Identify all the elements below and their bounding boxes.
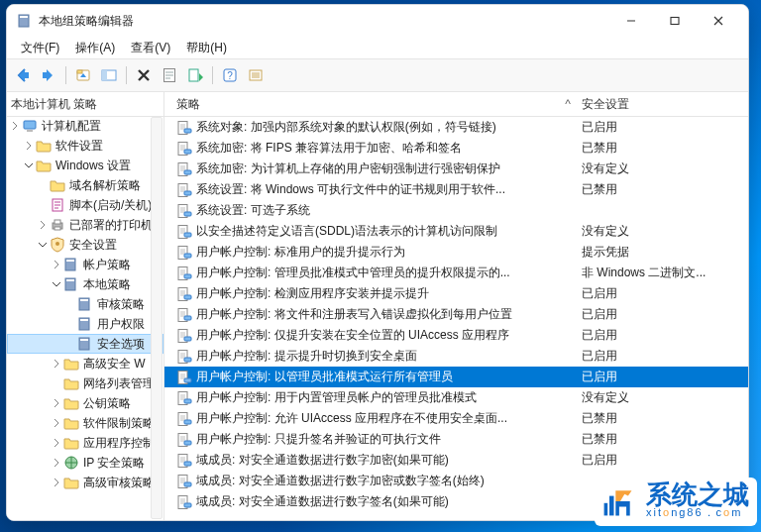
folder-icon	[36, 138, 52, 154]
tree-node[interactable]: 高级安全 W	[7, 354, 163, 373]
tree-node[interactable]: 审核策略	[7, 294, 163, 314]
tree-header[interactable]: 本地计算机 策略	[7, 92, 163, 117]
app-icon	[17, 13, 33, 29]
maximize-button[interactable]	[653, 7, 697, 35]
menu-help[interactable]: 帮助(H)	[178, 38, 235, 58]
expand-icon[interactable]	[51, 417, 62, 429]
col-sort-indicator[interactable]: ^	[560, 97, 576, 111]
tree-node[interactable]: 安全选项	[7, 334, 163, 354]
policy-row[interactable]: 用户帐户控制: 仅提升安装在安全位置的 UIAccess 应用程序已启用	[164, 325, 748, 346]
collapse-icon[interactable]	[37, 239, 49, 251]
list-panel: 策略 ^ 安全设置 系统对象: 加强内部系统对象的默认权限(例如，符号链接)已启…	[164, 92, 748, 520]
caret-spacer	[37, 199, 49, 211]
caret-spacer	[64, 318, 76, 330]
tree-node-label: 高级安全 W	[83, 356, 146, 372]
col-header-policy[interactable]: 策略	[164, 96, 560, 113]
tree-node[interactable]: 软件限制策略	[7, 413, 163, 433]
menu-file[interactable]: 文件(F)	[13, 38, 67, 58]
properties-button[interactable]	[158, 64, 181, 86]
collapse-icon[interactable]	[51, 278, 62, 290]
policy-icon	[176, 474, 192, 489]
tree-node[interactable]: IP 安全策略	[7, 453, 163, 473]
tree-node[interactable]: Windows 设置	[7, 156, 163, 175]
policy-name: 用户帐户控制: 检测应用程序安装并提示提升	[196, 285, 429, 302]
list-body[interactable]: 系统对象: 加强内部系统对象的默认权限(例如，符号链接)已启用系统加密: 将 F…	[164, 117, 748, 520]
policy-name: 系统设置: 可选子系统	[196, 202, 310, 219]
policy-row[interactable]: 用户帐户控制: 以管理员批准模式运行所有管理员已启用	[164, 367, 748, 387]
back-button[interactable]	[11, 64, 35, 86]
expand-icon[interactable]	[9, 120, 21, 132]
expand-icon[interactable]	[51, 477, 62, 488]
tree-node[interactable]: 用户权限	[7, 314, 163, 334]
tree-scrollbar-thumb[interactable]	[154, 298, 162, 362]
caret-spacer	[64, 298, 76, 310]
help-button[interactable]	[218, 64, 242, 86]
tree-node[interactable]: 域名解析策略	[7, 175, 163, 195]
tree-node[interactable]: 应用程序控制	[7, 433, 163, 453]
brand-logo-icon	[600, 483, 636, 519]
body: 本地计算机 策略 计算机配置软件设置Windows 设置域名解析策略脚本(启动/…	[7, 92, 748, 520]
gpedit-window: 本地组策略编辑器 文件(F) 操作(A) 查看(V) 帮助(H)	[6, 4, 749, 521]
policy-row[interactable]: 系统设置: 可选子系统	[164, 200, 748, 221]
expand-icon[interactable]	[51, 259, 62, 270]
tree-node[interactable]: 网络列表管理	[7, 373, 163, 393]
expand-icon[interactable]	[51, 358, 62, 370]
tree-body[interactable]: 计算机配置软件设置Windows 设置域名解析策略脚本(启动/关机)已部署的打印…	[7, 116, 163, 520]
tree-node[interactable]: 软件设置	[7, 136, 163, 156]
expand-icon[interactable]	[51, 437, 62, 449]
policy-row[interactable]: 用户帐户控制: 只提升签名并验证的可执行文件已禁用	[164, 429, 748, 450]
expand-icon[interactable]	[37, 219, 49, 231]
policy-row[interactable]: 用户帐户控制: 允许 UIAccess 应用程序在不使用安全桌面...已禁用	[164, 408, 748, 429]
menu-view[interactable]: 查看(V)	[123, 38, 178, 58]
book-icon	[63, 276, 79, 292]
policy-row[interactable]: 用户帐户控制: 将文件和注册表写入错误虚拟化到每用户位置已启用	[164, 304, 748, 325]
expand-icon[interactable]	[51, 457, 62, 469]
policy-row[interactable]: 系统加密: 将 FIPS 兼容算法用于加密、哈希和签名已禁用	[164, 138, 748, 159]
policy-icon	[176, 224, 192, 240]
tree-node-label: 网络列表管理	[83, 375, 155, 392]
policy-row[interactable]: 域成员: 对安全通道数据进行数字加密(如果可能)已启用	[164, 450, 748, 471]
policy-row[interactable]: 用户帐户控制: 检测应用程序安装并提示提升已启用	[164, 283, 748, 304]
expand-icon[interactable]	[51, 397, 62, 409]
tree-node-label: 高级审核策略	[83, 475, 155, 491]
tree-node-label: 计算机配置	[42, 118, 101, 135]
minimize-button[interactable]	[609, 7, 653, 35]
up-button[interactable]	[71, 64, 95, 86]
policy-row[interactable]: 用户帐户控制: 标准用户的提升提示行为提示凭据	[164, 242, 748, 263]
policy-setting: 已启用	[582, 306, 748, 323]
view-mode-button[interactable]	[244, 64, 268, 86]
policy-icon	[176, 411, 192, 427]
panel-toggle-button[interactable]	[97, 64, 121, 86]
policy-row[interactable]: 系统对象: 加强内部系统对象的默认权限(例如，符号链接)已启用	[164, 117, 748, 138]
policy-row[interactable]: 系统加密: 为计算机上存储的用户密钥强制进行强密钥保护没有定义	[164, 159, 748, 179]
col-header-setting[interactable]: 安全设置	[576, 96, 748, 113]
collapse-icon[interactable]	[23, 160, 35, 171]
tree-node[interactable]: 高级审核策略	[7, 473, 163, 492]
tree-node[interactable]: 脚本(启动/关机)	[7, 195, 163, 215]
policy-row[interactable]: 系统设置: 将 Windows 可执行文件中的证书规则用于软件...已禁用	[164, 179, 748, 200]
tree-node[interactable]: 安全设置	[7, 235, 163, 255]
delete-button[interactable]	[132, 64, 156, 86]
folder-icon	[63, 356, 79, 372]
titlebar[interactable]: 本地组策略编辑器	[7, 5, 748, 37]
tree-node[interactable]: 帐户策略	[7, 255, 163, 274]
policy-icon	[176, 390, 192, 406]
tree-node[interactable]: 公钥策略	[7, 393, 163, 413]
policy-row[interactable]: 以安全描述符定义语言(SDDL)语法表示的计算机访问限制没有定义	[164, 221, 748, 242]
close-button[interactable]	[697, 7, 740, 35]
tree-node[interactable]: 已部署的打印机	[7, 215, 163, 235]
tree-node-label: 已部署的打印机	[69, 217, 153, 234]
policy-name: 用户帐户控制: 标准用户的提升提示行为	[196, 244, 405, 261]
menu-action[interactable]: 操作(A)	[67, 38, 123, 58]
tree-node[interactable]: 计算机配置	[7, 116, 163, 136]
expand-icon[interactable]	[23, 140, 35, 152]
policy-row[interactable]: 用户帐户控制: 提示提升时切换到安全桌面已启用	[164, 346, 748, 367]
policy-row[interactable]: 用户帐户控制: 管理员批准模式中管理员的提升权限提示的...非 Windows …	[164, 263, 748, 283]
tree-node[interactable]: 本地策略	[7, 274, 163, 294]
policy-name: 系统加密: 为计算机上存储的用户密钥强制进行强密钥保护	[196, 160, 500, 177]
policy-row[interactable]: 用户帐户控制: 用于内置管理员帐户的管理员批准模式没有定义	[164, 387, 748, 408]
tree-node-label: 安全选项	[97, 336, 145, 353]
policy-name: 用户帐户控制: 将文件和注册表写入错误虚拟化到每用户位置	[196, 306, 512, 323]
forward-button[interactable]	[37, 64, 60, 86]
export-button[interactable]	[183, 64, 207, 86]
